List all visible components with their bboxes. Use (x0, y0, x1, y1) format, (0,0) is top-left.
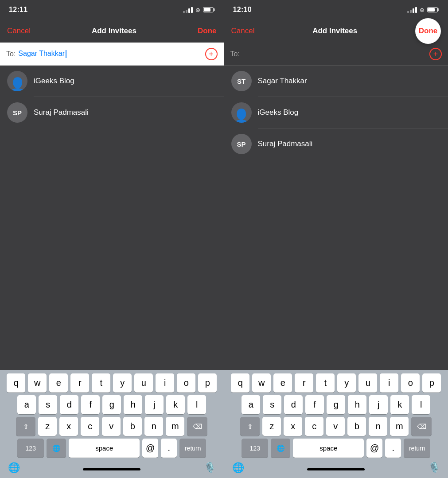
space-key[interactable]: space (293, 439, 364, 458)
key-a[interactable]: a (242, 395, 260, 414)
key-k[interactable]: k (390, 395, 409, 414)
left-add-invitee-button[interactable]: + (205, 48, 218, 60)
avatar: SP (231, 134, 252, 154)
key-n[interactable]: n (144, 417, 163, 436)
key-o[interactable]: o (401, 373, 420, 393)
keyboard-row-2: a s d f g h j k l (226, 395, 447, 414)
list-item[interactable]: 👤 iGeeks Blog (224, 97, 448, 128)
key-m[interactable]: m (390, 417, 409, 436)
key-f[interactable]: f (81, 395, 100, 414)
list-item[interactable]: ST Sagar Thakkar (224, 66, 448, 97)
key-c[interactable]: c (81, 417, 99, 436)
home-indicator (83, 468, 140, 470)
key-h[interactable]: h (348, 395, 366, 414)
list-item[interactable]: SP Suraj Padmasali (224, 128, 448, 159)
key-v[interactable]: v (326, 417, 345, 436)
list-item[interactable]: 👤 iGeeks Blog (0, 66, 224, 97)
space-key[interactable]: space (69, 439, 140, 458)
left-status-bar: 12:11 ⊛ (0, 0, 224, 19)
period-key[interactable]: . (161, 439, 177, 458)
left-to-input[interactable]: Sagar Thakkar (18, 50, 205, 58)
key-w[interactable]: w (252, 373, 271, 393)
key-i[interactable]: i (380, 373, 398, 393)
right-status-time: 12:10 (233, 6, 252, 14)
key-p[interactable]: p (198, 373, 217, 393)
key-q[interactable]: q (7, 373, 25, 393)
key-j[interactable]: j (369, 395, 388, 414)
return-key[interactable]: return (179, 439, 206, 458)
list-item[interactable]: SP Suraj Padmasali (0, 97, 224, 128)
key-e[interactable]: e (273, 373, 292, 393)
key-r[interactable]: r (70, 373, 89, 393)
key-m[interactable]: m (166, 417, 184, 436)
at-key[interactable]: @ (366, 439, 382, 458)
globe-key[interactable]: 🌐 (271, 439, 290, 458)
signal-icon (407, 7, 417, 13)
key-z[interactable]: z (262, 417, 281, 436)
shift-key[interactable]: ⇧ (240, 417, 260, 436)
key-b[interactable]: b (347, 417, 366, 436)
keyboard-row-1: q w e r t y u i o p (2, 373, 222, 393)
key-l[interactable]: l (412, 395, 430, 414)
key-o[interactable]: o (177, 373, 195, 393)
key-u[interactable]: u (358, 373, 377, 393)
right-status-bar: 12:10 ⊛ (224, 0, 448, 19)
right-done-button[interactable]: Done (415, 18, 441, 44)
return-key[interactable]: return (404, 439, 430, 458)
key-d[interactable]: d (284, 395, 303, 414)
mic-icon: 🎙️ (204, 462, 216, 474)
backspace-key[interactable]: ⌫ (187, 417, 207, 436)
key-t[interactable]: t (316, 373, 335, 393)
key-s[interactable]: s (39, 395, 57, 414)
key-x[interactable]: x (284, 417, 302, 436)
left-done-button[interactable]: Done (198, 27, 217, 35)
key-w[interactable]: w (28, 373, 47, 393)
key-z[interactable]: z (38, 417, 57, 436)
key-f[interactable]: f (305, 395, 324, 414)
right-cancel-button[interactable]: Cancel (231, 27, 255, 35)
num-key[interactable]: 123 (17, 439, 44, 458)
right-add-invitee-button[interactable]: + (429, 48, 442, 60)
right-nav-bar: Cancel Add Invitees Done (224, 19, 448, 43)
keyboard-row-3: ⇧ z x c v b n m ⌫ (2, 417, 222, 436)
shift-key[interactable]: ⇧ (16, 417, 35, 436)
key-x[interactable]: x (59, 417, 78, 436)
avatar: 👤 (231, 102, 252, 123)
key-y[interactable]: y (337, 373, 356, 393)
backspace-key[interactable]: ⌫ (411, 417, 432, 436)
left-status-icons: ⊛ (183, 7, 215, 13)
key-h[interactable]: h (124, 395, 142, 414)
right-done-label: Done (419, 27, 438, 35)
key-j[interactable]: j (145, 395, 164, 414)
keyboard-bottom: 🌐 🎙️ (2, 460, 222, 476)
at-key[interactable]: @ (142, 439, 158, 458)
key-y[interactable]: y (113, 373, 132, 393)
key-v[interactable]: v (102, 417, 121, 436)
right-to-label: To: (230, 50, 240, 58)
key-c[interactable]: c (305, 417, 323, 436)
key-n[interactable]: n (369, 417, 387, 436)
left-cancel-button[interactable]: Cancel (7, 27, 31, 35)
key-r[interactable]: r (295, 373, 313, 393)
num-key[interactable]: 123 (242, 439, 268, 458)
key-p[interactable]: p (422, 373, 441, 393)
key-s[interactable]: s (263, 395, 281, 414)
battery-icon (427, 7, 439, 12)
key-e[interactable]: e (49, 373, 68, 393)
key-k[interactable]: k (166, 395, 185, 414)
key-i[interactable]: i (156, 373, 174, 393)
key-g[interactable]: g (327, 395, 345, 414)
key-g[interactable]: g (102, 395, 121, 414)
key-q[interactable]: q (231, 373, 249, 393)
left-contact-list: 👤 iGeeks Blog SP Suraj Padmasali (0, 66, 224, 370)
key-d[interactable]: d (60, 395, 78, 414)
key-b[interactable]: b (123, 417, 142, 436)
globe-key[interactable]: 🌐 (47, 439, 66, 458)
contact-name: Suraj Padmasali (34, 108, 89, 117)
key-a[interactable]: a (17, 395, 36, 414)
key-l[interactable]: l (187, 395, 206, 414)
home-indicator (307, 468, 365, 470)
key-t[interactable]: t (92, 373, 110, 393)
period-key[interactable]: . (385, 439, 401, 458)
key-u[interactable]: u (134, 373, 153, 393)
